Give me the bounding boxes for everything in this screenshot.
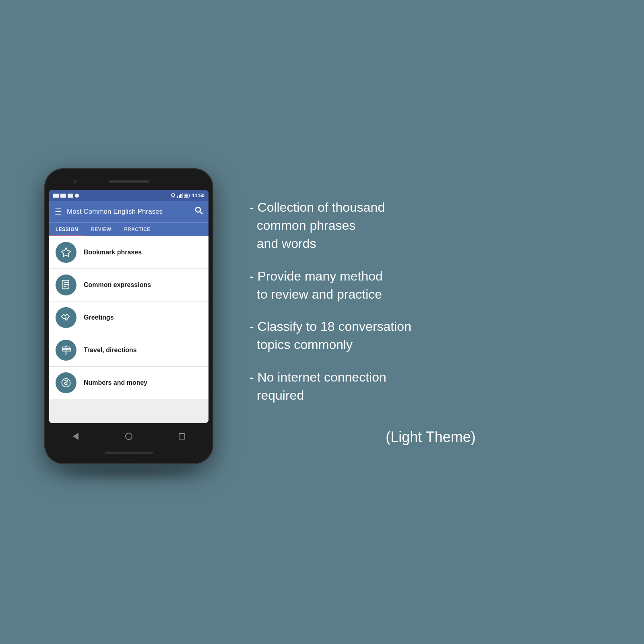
phone-mockup: 11:50 ☰ Most Common English Phrases [32, 168, 225, 476]
phone-device: 11:50 ☰ Most Common English Phrases [44, 168, 213, 464]
feature-2: - Provide many method to review and prac… [250, 267, 612, 303]
home-button[interactable] [125, 432, 133, 440]
list-item-travel[interactable]: Travel, directions [49, 334, 208, 367]
features-panel: - Collection of thousand common phrases … [225, 198, 612, 445]
bottom-mic [105, 452, 153, 454]
theme-label: (Light Theme) [250, 429, 612, 446]
signal-icon [177, 193, 183, 198]
svg-rect-2 [177, 196, 178, 198]
battery-icon [184, 193, 190, 198]
tabs-navigation: LESSION REVIEW PRACTICE [49, 222, 208, 236]
speaker-grille [109, 180, 149, 183]
svg-rect-8 [185, 194, 188, 196]
expressions-icon-circle [56, 275, 76, 295]
greetings-label: Greetings [84, 314, 114, 321]
gray-bottom-area [49, 399, 208, 423]
svg-point-0 [171, 194, 175, 197]
greetings-icon-circle [56, 307, 76, 328]
svg-line-10 [200, 212, 202, 214]
status-left-icons [53, 194, 79, 198]
phone-nav-buttons [49, 426, 208, 446]
status-right-icons [170, 193, 190, 198]
lesson-list: Bookmark phrases Common expres [49, 236, 208, 399]
status-icon-4 [75, 194, 79, 198]
status-icon-2 [60, 194, 66, 198]
phone-bottom-hardware [49, 449, 208, 457]
back-triangle [73, 433, 78, 440]
svg-rect-4 [180, 194, 182, 198]
front-camera [73, 180, 77, 184]
list-item-numbers[interactable]: Numbers and money [49, 367, 208, 399]
svg-rect-5 [182, 193, 183, 198]
tab-review[interactable]: REVIEW [85, 223, 118, 236]
location-icon [170, 193, 176, 198]
status-right-area: 11:50 [170, 193, 204, 198]
bookmark-icon-circle [56, 242, 76, 263]
svg-rect-3 [179, 195, 180, 198]
tab-practice[interactable]: PRACTICE [118, 223, 157, 236]
feature-1: - Collection of thousand common phrases … [250, 198, 612, 252]
travel-icon-circle [56, 340, 76, 361]
app-toolbar: ☰ Most Common English Phrases [49, 201, 208, 222]
phone-shadow [64, 468, 193, 476]
recents-button[interactable] [178, 432, 186, 440]
list-item-bookmark[interactable]: Bookmark phrases [49, 236, 208, 269]
list-item-expressions[interactable]: Common expressions [49, 269, 208, 301]
document-icon [60, 279, 72, 291]
status-time: 11:50 [192, 193, 204, 198]
svg-rect-7 [190, 195, 190, 196]
travel-label: Travel, directions [84, 347, 137, 354]
expressions-label: Common expressions [84, 281, 151, 289]
feature-4: - No internet connection required [250, 368, 612, 405]
list-item-greetings[interactable]: Greetings [49, 301, 208, 334]
hamburger-menu-icon[interactable]: ☰ [55, 207, 62, 217]
home-circle [125, 433, 132, 440]
search-button[interactable] [195, 206, 203, 217]
numbers-icon-circle [56, 372, 76, 393]
page-container: 11:50 ☰ Most Common English Phrases [0, 0, 644, 644]
status-icon-3 [68, 194, 73, 198]
numbers-label: Numbers and money [84, 379, 147, 386]
bookmark-label: Bookmark phrases [84, 249, 142, 256]
phone-screen: 11:50 ☰ Most Common English Phrases [49, 190, 208, 423]
tab-lesson[interactable]: LESSION [49, 223, 85, 236]
recents-square [179, 433, 185, 440]
handshake-icon [60, 312, 72, 323]
star-icon [60, 247, 72, 258]
feature-3: - Classify to 18 conversation topics com… [250, 318, 612, 354]
svg-point-9 [196, 207, 200, 212]
app-title: Most Common English Phrases [67, 208, 190, 216]
phone-top-hardware [49, 175, 208, 188]
status-icon-1 [53, 194, 59, 198]
back-button[interactable] [72, 432, 80, 440]
dollar-icon [60, 377, 72, 388]
signpost-icon [60, 345, 72, 356]
status-bar: 11:50 [49, 190, 208, 201]
